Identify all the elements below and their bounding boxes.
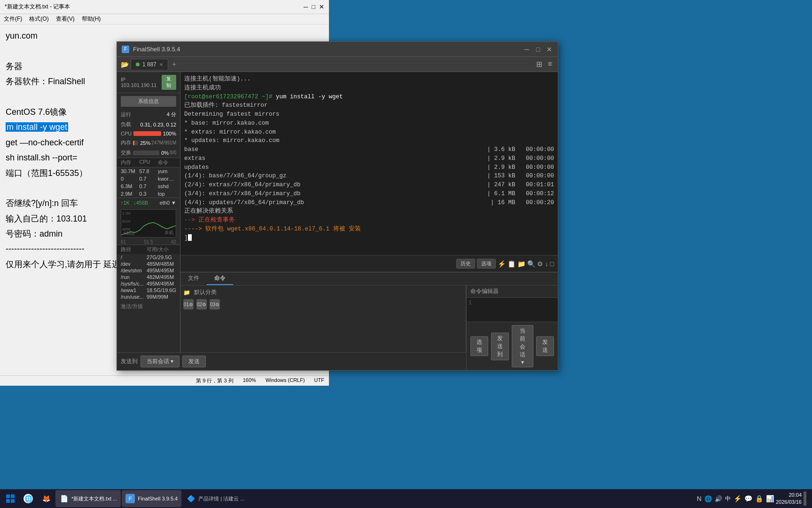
chrome-icon: 🌐 (23, 494, 33, 503)
notepad-menu-file[interactable]: 文件(F) (4, 15, 22, 23)
fs-system-info-btn[interactable]: 系统信息 (121, 96, 176, 107)
notepad-menu-format[interactable]: 格式(O) (29, 15, 48, 23)
notepad-menu-help[interactable]: 帮助(H) (82, 15, 101, 23)
fs-terminal-line: base | 3.6 kB 00:00:00 (184, 145, 554, 154)
fs-send-to-btn-right[interactable]: 发送到 (491, 333, 509, 360)
taskbar-item-chrome[interactable]: 🌐 (20, 490, 37, 507)
fs-terminal-line: (4/4): updates/7/x86_64/primary_db | 16 … (184, 198, 554, 207)
fs-current-session-btn-right[interactable]: 当前会话 ▾ (512, 325, 533, 367)
fs-tab-close-btn[interactable]: ✕ (159, 62, 163, 67)
fs-disk-row: /dev485M/485M (117, 261, 180, 267)
fs-options-btn[interactable]: 选项 (477, 259, 496, 269)
fs-lightning-icon[interactable]: ⚡ (498, 260, 506, 268)
fs-copy-ip-btn[interactable]: 复制 (162, 75, 176, 90)
notepad-minimize-btn[interactable]: ─ (304, 3, 308, 10)
fs-settings-icon[interactable]: ⚙ (537, 260, 543, 268)
fs-cmd-category-02[interactable]: 02 ⚙ (196, 299, 207, 310)
taskbar-item-finalshell[interactable]: F FinalShell 3.9.5.4 (122, 490, 181, 507)
web-icon: 🔷 (186, 494, 195, 503)
fs-minimize-btn[interactable]: ─ (523, 46, 531, 53)
fs-sidebar-header: IP 103.101.190.11 复制 (117, 72, 180, 93)
fs-current-session-btn-left[interactable]: 当前会话 ▾ (141, 356, 180, 367)
speaker-tray-icon[interactable]: 🔊 (715, 495, 722, 502)
fs-proc-mem-header: 内存 (121, 159, 139, 166)
fs-terminal-line: 正在解决依赖关系 (184, 207, 554, 216)
fs-history-btn[interactable]: 历史 (456, 259, 475, 269)
fs-terminal-area: 连接主机(智能加速)... 连接主机成功 [root@ser6172329674… (180, 72, 558, 370)
fs-terminal-line: (3/4): extras/7/x86_64/primary_db | 6.1 … (184, 190, 554, 198)
fs-disk-path-label: 路径 (121, 246, 147, 253)
network-tray-icon[interactable]: 🌐 (704, 495, 712, 502)
fs-proc-cmd: kworker/... (158, 176, 176, 182)
fs-tab-label: 1 887 (142, 61, 156, 68)
fs-swap-label: 交换 (121, 149, 131, 156)
fs-gear-icon-3[interactable]: ⚙ (215, 302, 219, 307)
fs-command-panel: 📁 默认分类 01 ⚙ 02 ⚙ (180, 286, 466, 370)
fs-maximize-btn[interactable]: □ (534, 46, 542, 53)
fs-paste-icon[interactable]: 📁 (517, 260, 525, 268)
fs-proc-row: 30.7M 57.8 yum (117, 167, 180, 175)
taskbar: 🌐 🦊 📄 *新建文本文档.txt ... F FinalShell 3.9.5… (0, 489, 812, 508)
fs-mem-progress-fill (133, 141, 134, 145)
show-desktop-btn[interactable] (804, 492, 806, 506)
ime-icon[interactable]: 中 (725, 495, 731, 503)
fs-terminal-line: ----> 软件包 wget.x86_64.0.1.14-18.el7_6.1 … (184, 225, 554, 234)
fs-tab-command[interactable]: 命令 (207, 272, 233, 285)
notepad-statusbar: 第 9 行，第 3 列 160% Windows (CRLF) UTF (0, 375, 329, 386)
fs-swap-detail: 0/0 (170, 150, 176, 155)
notepad-maximize-btn[interactable]: □ (312, 3, 315, 10)
fs-cmd-editor[interactable]: 1 (467, 298, 558, 322)
notepad-menu-view[interactable]: 查看(V) (56, 15, 75, 23)
fs-mem-row: 内存 25% 247M/991M (117, 138, 180, 148)
fs-search-icon[interactable]: 🔍 (527, 260, 535, 268)
fs-run-value: 4 分 (167, 111, 176, 118)
taskbar-clock[interactable]: 20:04 2026/03/16 (776, 492, 802, 506)
taskbar-browser3-label: 产品详情 | 洁建云 ... (198, 495, 244, 502)
fs-download-icon[interactable]: ↓ (545, 260, 548, 268)
fs-proc-cpu: 0.7 (139, 176, 157, 182)
taskbar-item-browser3[interactable]: 🔷 产品详情 | 洁建云 ... (182, 490, 248, 507)
fs-close-btn[interactable]: ✕ (546, 46, 553, 53)
fs-bottom-send-bar-left: 发送到 当前会话 ▾ 发送 (117, 352, 466, 370)
fs-load-row: 负载 0.31, 0.23, 0.12 (117, 119, 180, 129)
fs-terminal-output[interactable]: 连接主机(智能加速)... 连接主机成功 [root@ser6172329674… (180, 72, 558, 255)
fs-swap-progress-bar (133, 151, 159, 155)
fs-terminal-line: Determining fastest mirrors (184, 110, 554, 119)
fs-terminal-line: --> 正在检查事务 (184, 216, 554, 225)
fs-copy-icon[interactable]: 📋 (508, 260, 515, 268)
clock-date: 2026/03/16 (776, 499, 802, 506)
fs-titlebar: F FinalShell 3.9.5.4 ─ □ ✕ (117, 42, 558, 57)
taskbar-item-browser2[interactable]: 🦊 (38, 490, 55, 507)
fs-options-btn-right[interactable]: 选项 (470, 336, 488, 356)
fs-gear-icon-2[interactable]: ⚙ (202, 302, 206, 307)
taskbar-start-btn[interactable] (2, 490, 19, 507)
fs-bottom-tabs: 文件 命令 📁 默认分类 01 ⚙ (180, 272, 558, 370)
taskbar-item-notepad[interactable]: 📄 *新建文本文档.txt ... (55, 490, 121, 507)
fs-tab-file[interactable]: 文件 (180, 272, 207, 285)
fs-cpu-progress-bar (133, 131, 161, 136)
fs-process-table-header: 内存 CPU 命令 (117, 158, 180, 167)
fs-proc-cpu: 57.8 (139, 168, 157, 174)
fs-run-time-row: 运行 4 分 (117, 110, 180, 119)
fs-terminal-line: (2/4): extras/7/x86_64/primary_db | 247 … (184, 181, 554, 190)
fs-gear-icon[interactable]: ⚙ (189, 302, 193, 307)
fs-cmd-category-01[interactable]: 01 ⚙ (183, 299, 194, 310)
notepad-menubar: 文件(F) 格式(O) 查看(V) 帮助(H) (0, 14, 329, 24)
fs-fullscreen-icon[interactable]: □ (550, 260, 554, 268)
fs-toolbar: 📂 1 887 ✕ + ⊞ ≡ (117, 57, 558, 72)
fs-cpu-value: 100% (163, 131, 176, 136)
fs-send-btn-left[interactable]: 发送 (182, 356, 206, 367)
fs-menu-icon[interactable]: ≡ (546, 59, 554, 70)
fs-ip-display: IP 103.101.190.11 (121, 77, 162, 88)
fs-folder-icon[interactable]: 📂 (121, 61, 129, 68)
fs-send-btn-right[interactable]: 发送 (536, 336, 554, 356)
fs-cpu-progress-fill (133, 131, 161, 136)
fs-add-tab-btn[interactable]: + (170, 60, 178, 69)
fs-upgrade-btn[interactable]: 激活/升级 (121, 302, 176, 311)
notepad-close-btn[interactable]: ✕ (319, 3, 324, 10)
fs-disk-row: /run482M/495M (117, 274, 180, 280)
fs-session-tab[interactable]: 1 887 ✕ (131, 59, 168, 70)
fs-cmd-category-03[interactable]: 03 ⚙ (210, 299, 220, 310)
fs-command-input[interactable] (184, 260, 456, 267)
fs-grid-icon[interactable]: ⊞ (534, 59, 544, 70)
